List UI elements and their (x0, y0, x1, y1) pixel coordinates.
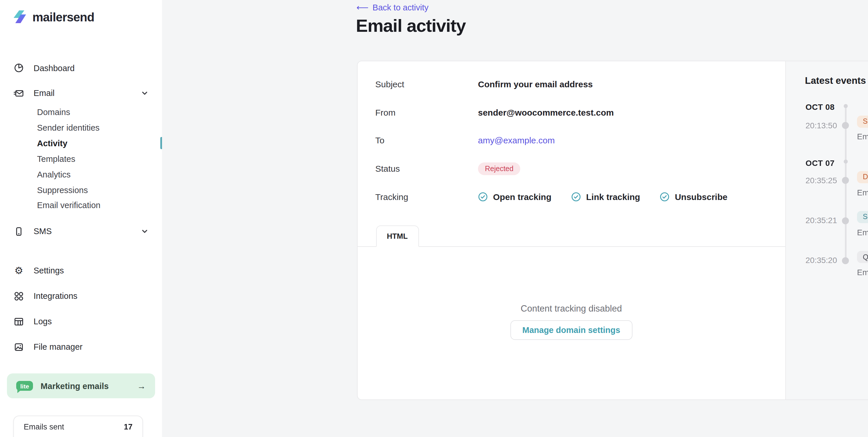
status-row: Status Rejected (375, 155, 785, 183)
sidebar-item-suppressions[interactable]: Suppressions (37, 182, 156, 198)
latest-events-panel: Latest events OCT 08 20:13:50 Soft bounc… (785, 61, 868, 399)
image-file-icon (13, 341, 24, 352)
to-value-link[interactable]: amy@example.com (478, 136, 555, 145)
event-status-badge: Deferred (857, 171, 868, 183)
email-details-card: Subject Confirm your email address From … (357, 60, 868, 400)
sidebar-item-activity[interactable]: Activity (37, 136, 156, 151)
manage-domain-settings-button[interactable]: Manage domain settings (510, 320, 632, 340)
chevron-down-icon (141, 227, 149, 235)
check-circle-icon (660, 192, 670, 201)
event-description: Email is queued for sending (857, 267, 868, 277)
sidebar-item-file-manager[interactable]: File manager (13, 339, 156, 355)
subject-label: Subject (375, 79, 478, 89)
event-status-badge: Queued (857, 251, 868, 263)
envelope-send-icon (13, 88, 24, 99)
sidebar-item-label: Settings (34, 266, 64, 275)
sidebar-item-domains[interactable]: Domains (37, 104, 156, 120)
sidebar-item-label: Email (34, 89, 55, 98)
sidebar-item-email-verification[interactable]: Email verification (37, 197, 156, 213)
back-link-label: Back to activity (373, 3, 429, 12)
timeline-dot (843, 160, 847, 164)
sidebar-item-label: Analytics (37, 170, 71, 179)
subject-value: Confirm your email address (478, 79, 593, 89)
event-date: OCT 07 (806, 158, 834, 167)
sidebar-item-label: Logs (34, 317, 52, 326)
link-tracking-item: Link tracking (571, 192, 640, 201)
sidebar-item-email[interactable]: Email (13, 85, 156, 101)
chevron-down-icon (141, 89, 149, 97)
sidebar-item-settings[interactable]: ⚙ Settings (13, 262, 156, 279)
sidebar-item-label: Activity (37, 139, 67, 148)
gear-icon: ⚙ (13, 265, 24, 276)
timeline-dot (842, 177, 849, 184)
event-date: OCT 08 (806, 102, 834, 111)
event-status-badge: Soft bounced (857, 115, 868, 128)
arrow-right-icon: → (137, 381, 146, 391)
timeline-dot (842, 257, 849, 264)
sidebar-item-templates[interactable]: Templates (37, 151, 156, 166)
preview-tabs: HTML (357, 226, 785, 247)
to-row: To amy@example.com (375, 126, 785, 154)
active-item-indicator (160, 137, 162, 149)
brand-name: mailersend (32, 10, 94, 24)
link-tracking-label: Link tracking (586, 192, 640, 201)
sidebar-item-label: Email verification (37, 201, 100, 210)
tab-html[interactable]: HTML (376, 226, 418, 247)
sidebar-item-analytics[interactable]: Analytics (37, 166, 156, 182)
subject-row: Subject Confirm your email address (375, 70, 785, 98)
sidebar-item-sms[interactable]: SMS (13, 223, 156, 239)
unsubscribe-label: Unsubscribe (675, 192, 727, 201)
timeline-dot (843, 104, 847, 108)
app-window: mailersend Dashboard Email Domains Sende… (0, 0, 868, 437)
pie-chart-icon (13, 62, 24, 73)
smartphone-icon (13, 226, 24, 237)
status-label: Status (375, 164, 478, 173)
sidebar-item-label: Templates (37, 154, 75, 163)
event-description: Email is sent (857, 228, 868, 237)
content-tracking-message: Content tracking disabled (357, 247, 785, 314)
sidebar-item-label: Sender identities (37, 123, 99, 132)
event-time: 20:35:20 (806, 255, 837, 264)
sidebar-item-dashboard[interactable]: Dashboard (13, 60, 156, 76)
event-description: Email soft bounced (857, 132, 868, 141)
to-label: To (375, 136, 478, 145)
check-circle-icon (571, 192, 581, 201)
sidebar-item-label: Dashboard (34, 63, 75, 72)
back-to-activity-link[interactable]: ⟵ Back to activity (356, 3, 429, 12)
email-details-section: Subject Confirm your email address From … (357, 61, 785, 399)
sidebar-item-label: File manager (34, 342, 83, 351)
event-time: 20:35:25 (806, 175, 837, 185)
latest-events-title: Latest events (805, 75, 866, 86)
sidebar-item-label: Domains (37, 107, 70, 116)
status-badge: Rejected (478, 162, 521, 175)
open-tracking-label: Open tracking (493, 192, 552, 201)
sidebar-item-label: Suppressions (37, 185, 88, 195)
marketing-emails-button[interactable]: lite Marketing emails → (7, 373, 155, 398)
marketing-emails-label: Marketing emails (40, 381, 108, 391)
from-row: From sender@woocommerce.test.com (375, 98, 785, 126)
sidebar: mailersend Dashboard Email Domains Sende… (0, 0, 162, 437)
event-status-badge: Sent (857, 211, 868, 223)
table-icon (13, 316, 24, 327)
event-description: Email delivery delayed (857, 188, 868, 197)
content-preview-zone: Content tracking disabled Manage domain … (357, 247, 785, 400)
integrations-icon (13, 291, 24, 301)
unsubscribe-item: Unsubscribe (660, 192, 727, 201)
page-title: Email activity (356, 15, 466, 36)
tracking-row: Tracking Open tracking (375, 183, 785, 211)
event-time: 20:13:50 (806, 121, 837, 130)
mailersend-logo-icon (13, 10, 27, 24)
sidebar-item-logs[interactable]: Logs (13, 313, 156, 330)
emails-sent-label: Emails sent (24, 423, 64, 431)
timeline-dot (842, 122, 849, 129)
tracking-label: Tracking (375, 192, 478, 201)
sidebar-item-sender-identities[interactable]: Sender identities (37, 120, 156, 136)
lite-badge: lite (16, 381, 33, 391)
event-time: 20:35:21 (806, 215, 837, 225)
brand-logo[interactable]: mailersend (13, 10, 94, 24)
emails-sent-value: 17 (124, 423, 132, 431)
sidebar-item-label: SMS (34, 227, 52, 236)
sidebar-item-integrations[interactable]: Integrations (13, 288, 156, 304)
usage-summary-card[interactable]: Emails sent 17 (13, 415, 143, 437)
sidebar-item-label: Integrations (34, 291, 78, 301)
